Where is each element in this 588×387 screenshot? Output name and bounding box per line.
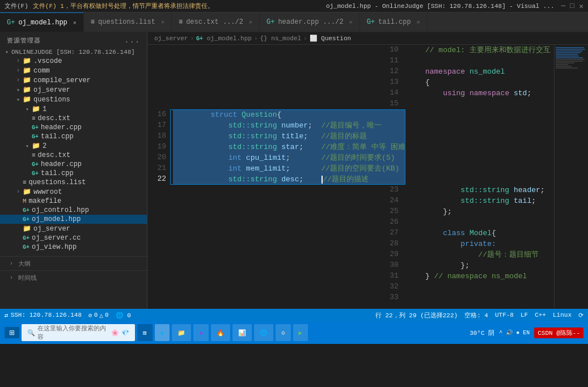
- tree-item-folder-2[interactable]: ▾ 📁 2: [0, 141, 147, 151]
- line-col-status[interactable]: 行 22，列 29 (已选择222): [375, 311, 458, 320]
- code-line-14: 14 using namespace std;: [147, 88, 588, 99]
- type-string-2: std::string: [229, 132, 277, 141]
- tab-close-header[interactable]: ✕: [349, 19, 353, 25]
- taskbar-app-9[interactable]: ▶: [293, 324, 308, 341]
- type-question: Question: [242, 110, 277, 119]
- taskbar-app-8[interactable]: ⚙: [276, 324, 291, 341]
- window-controls[interactable]: ─ □ ✕: [561, 2, 583, 11]
- tab-close-desc[interactable]: ✕: [249, 19, 252, 25]
- taskbar-brand[interactable]: CSDN @陈陈--: [534, 328, 583, 338]
- tree-item-oj-server-folder[interactable]: ▾ 📁 oj_server: [0, 85, 147, 95]
- line-num-28: 28: [147, 239, 405, 249]
- tab-close-tail[interactable]: ✕: [417, 19, 420, 25]
- tree-item-wwwroot[interactable]: › 📁 wwwroot: [0, 187, 147, 197]
- tree-item-tail-2[interactable]: G+ tail.cpp: [0, 169, 147, 178]
- code-line-28: 28 private:: [147, 239, 588, 249]
- tree-item-oj-server-cc[interactable]: › G+ oj_server.cc: [0, 233, 147, 243]
- sidebar-title: 资源管理器: [7, 36, 40, 45]
- type-model: Model: [469, 229, 492, 237]
- tree-item-comm[interactable]: › 📁 comm: [0, 66, 147, 75]
- search-text: 在这里输入你要搜索的内容: [37, 324, 107, 341]
- code-line-20: 20 int cpu_limit; //题目的时间要求(S): [147, 152, 405, 163]
- taskbar-icons: ^ 🔊 ● EN: [499, 329, 530, 336]
- taskbar-start-button[interactable]: ⊞: [5, 327, 19, 338]
- line-ending-status[interactable]: LF: [521, 312, 528, 318]
- tree-item-tail-1[interactable]: G+ tail.cpp: [0, 132, 147, 141]
- taskbar-file-manager[interactable]: 📁: [172, 324, 191, 341]
- breadcrumb-file[interactable]: G+ oj_model.hpp: [196, 35, 252, 42]
- folder-icon-2: 📁: [32, 142, 40, 150]
- tree-item-oj-view[interactable]: › G+ oj_view.hpp: [0, 243, 147, 252]
- line-content-22: std::string desc; //题目的描述: [173, 174, 405, 185]
- taskbar-search[interactable]: 🔍 在这里输入你要搜索的内容 🌸 💎: [22, 324, 135, 341]
- taskbar-app-7[interactable]: 🌐: [254, 324, 273, 341]
- taskbar-windows-icon[interactable]: ⊞: [137, 324, 153, 341]
- tree-arrow-compile: ›: [14, 77, 23, 83]
- taskbar-app-5[interactable]: 🔥: [211, 324, 230, 341]
- tree-label-comm: comm: [33, 67, 50, 75]
- tree-item-compile-server[interactable]: › 📁 compile_server: [0, 75, 147, 85]
- ssh-icon: ⇄: [5, 312, 9, 319]
- tree-item-oj-control[interactable]: › G+ oj_control.hpp: [0, 206, 147, 215]
- vscode-icon: ◈: [160, 329, 164, 337]
- maximize-icon[interactable]: □: [570, 2, 574, 11]
- taskbar-app-4[interactable]: ◆: [193, 324, 209, 341]
- breadcrumb-question[interactable]: ⬜ Question: [310, 35, 351, 42]
- taskbar-app-6[interactable]: 📊: [232, 324, 252, 341]
- tree-item-vscode[interactable]: › 📁 .vscode: [0, 56, 147, 66]
- tab-header-cpp[interactable]: G+ header.cpp .../2 ✕: [260, 12, 360, 32]
- tree-label-tail-1: tail.cpp: [41, 133, 74, 141]
- language-status[interactable]: C++: [535, 312, 546, 318]
- minimap-line-1: [556, 59, 585, 60]
- os-status[interactable]: Linux: [553, 312, 572, 318]
- tree-item-folder-1[interactable]: ▾ 📁 1: [0, 104, 147, 114]
- breadcrumb-ns-model[interactable]: {} ns_model: [260, 35, 301, 42]
- tree-item-questions[interactable]: ▾ 📁 questions: [0, 95, 147, 104]
- tab-close-questions[interactable]: ✕: [161, 19, 164, 25]
- tree-root-onlinejudge[interactable]: ▾ ONLINEJUDGE [SSH: 120.78.126.148]: [0, 48, 147, 56]
- code-line-16: 16 struct Question{: [147, 109, 405, 120]
- taskbar-vscode[interactable]: ◈: [155, 324, 170, 341]
- tab-tail-cpp[interactable]: G+ tail.cpp ✕: [360, 12, 428, 32]
- tree-item-oj-model-hpp[interactable]: › G+ oj_model.hpp: [0, 215, 147, 224]
- line-content-21: int mem_limit; //题目的空间要去(KB): [173, 163, 405, 174]
- menu-file[interactable]: 文件(F): [5, 2, 28, 10]
- tree-item-desc-1[interactable]: ≡ desc.txt: [0, 114, 147, 123]
- tree-item-header-2[interactable]: G+ header.cpp: [0, 160, 147, 169]
- id-desc: desc: [281, 175, 299, 184]
- breadcrumb-sep-2: ›: [254, 35, 258, 42]
- line-content-16: struct Question{: [173, 109, 405, 120]
- close-icon[interactable]: ✕: [579, 2, 583, 11]
- tree-item-header-1[interactable]: G+ header.cpp: [0, 123, 147, 132]
- tree-item-makefile[interactable]: › M makefile: [0, 197, 147, 206]
- encoding-status[interactable]: UTF-8: [495, 312, 514, 318]
- tab-close-oj-model[interactable]: ✕: [73, 19, 77, 26]
- line-num-19: 19: [147, 142, 173, 152]
- cpp-icon-tail-2: G+: [32, 171, 39, 177]
- sidebar-menu-dots[interactable]: ...: [124, 36, 140, 45]
- status-right: 行 22，列 29 (已选择222) 空格: 4 UTF-8 LF C++ Li…: [375, 311, 583, 320]
- editor-area[interactable]: 10 // model: 主要用来和数据进行交互，对外提供访问数据的接口 11 …: [147, 45, 588, 309]
- tab-questions-list[interactable]: ≡ questions.list ✕: [84, 12, 172, 32]
- error-status[interactable]: ⊘ 0 △ 0: [88, 312, 108, 319]
- timeline-panel[interactable]: › 时间线: [0, 270, 147, 284]
- ssh-status[interactable]: ⇄ SSH: 120.78.126.148: [5, 312, 82, 319]
- sync-icon[interactable]: ⟳: [578, 312, 583, 319]
- spaces-status[interactable]: 空格: 4: [464, 311, 488, 320]
- line-num-33: 33: [147, 292, 405, 303]
- makefile-icon: M: [23, 198, 27, 205]
- tab-desc-txt[interactable]: ≡ desc.txt .../2 ✕: [172, 12, 260, 32]
- type-string-4: std::string: [229, 175, 277, 184]
- comment-29: //题号：题目细节: [479, 250, 539, 259]
- tree-item-desc-2[interactable]: ≡ desc.txt: [0, 151, 147, 160]
- cpp-icon-tail-1: G+: [32, 134, 39, 140]
- tree-item-questions-list[interactable]: ≡ questions.list: [0, 178, 147, 187]
- cursor-caret: [322, 176, 323, 184]
- minimize-icon[interactable]: ─: [561, 2, 566, 11]
- breadcrumb-oj-server[interactable]: oj_server: [154, 35, 188, 42]
- type-string-5: std::string: [460, 186, 509, 194]
- tab-oj-model-hpp[interactable]: G+ oj_model.hpp ✕: [0, 12, 84, 32]
- outline-panel[interactable]: › 大纲: [0, 256, 147, 270]
- tree-label-oj-control: oj_control.hpp: [32, 206, 89, 214]
- tree-item-oj-server-sub[interactable]: › 📁 oj_server: [0, 224, 147, 233]
